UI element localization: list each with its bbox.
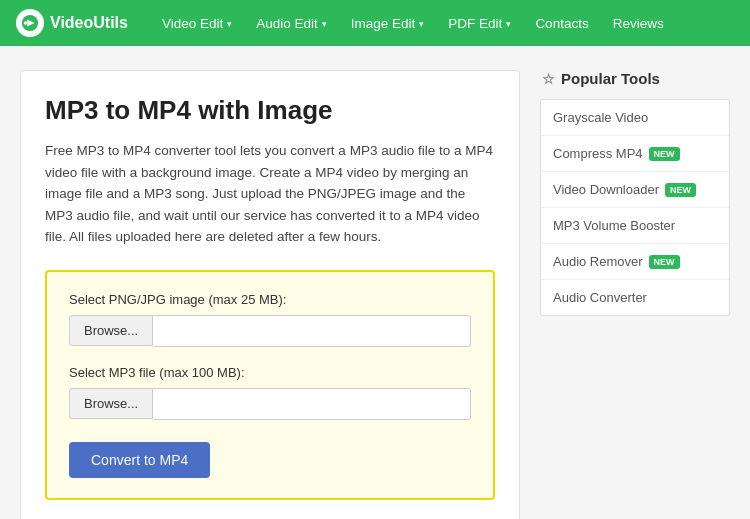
image-file-label: Select PNG/JPG image (max 25 MB): — [69, 292, 471, 307]
nav-link-video-edit[interactable]: Video Edit▾ — [152, 12, 242, 35]
popular-tools-header: ☆ Popular Tools — [540, 70, 730, 87]
mp3-file-section: Select MP3 file (max 100 MB): Browse... — [69, 365, 471, 420]
nav-links: Video Edit▾Audio Edit▾Image Edit▾PDF Edi… — [152, 12, 674, 35]
convert-button[interactable]: Convert to MP4 — [69, 442, 210, 478]
new-badge: NEW — [665, 183, 696, 197]
nav-link-reviews[interactable]: Reviews — [603, 12, 674, 35]
tool-box: Select PNG/JPG image (max 25 MB): Browse… — [45, 270, 495, 500]
tool-item[interactable]: Video DownloaderNEW — [541, 172, 729, 208]
star-icon: ☆ — [542, 71, 555, 87]
logo-icon — [16, 9, 44, 37]
chevron-down-icon: ▾ — [506, 19, 511, 29]
nav-link-pdf-edit[interactable]: PDF Edit▾ — [438, 12, 521, 35]
nav-link-contacts[interactable]: Contacts — [525, 12, 598, 35]
popular-tools-label: Popular Tools — [561, 70, 660, 87]
new-badge: NEW — [649, 255, 680, 269]
logo[interactable]: VideoUtils — [16, 9, 128, 37]
mp3-browse-button[interactable]: Browse... — [69, 388, 153, 419]
sidebar: ☆ Popular Tools Grayscale VideoCompress … — [540, 70, 730, 519]
chevron-down-icon: ▾ — [227, 19, 232, 29]
nav-link-audio-edit[interactable]: Audio Edit▾ — [246, 12, 337, 35]
navigation: VideoUtils Video Edit▾Audio Edit▾Image E… — [0, 0, 750, 46]
tools-list-container: Grayscale VideoCompress MP4NEWVideo Down… — [540, 99, 730, 316]
tool-item-label: Compress MP4 — [553, 146, 643, 161]
main-content: MP3 to MP4 with Image Free MP3 to MP4 co… — [20, 70, 520, 519]
tool-item[interactable]: Audio Converter — [541, 280, 729, 315]
page-title: MP3 to MP4 with Image — [45, 95, 495, 126]
svg-point-1 — [24, 21, 28, 25]
logo-text: VideoUtils — [50, 14, 128, 32]
tools-scroll[interactable]: Grayscale VideoCompress MP4NEWVideo Down… — [541, 100, 729, 315]
tool-item[interactable]: Compress MP4NEW — [541, 136, 729, 172]
mp3-file-input-row: Browse... — [69, 388, 471, 420]
image-file-section: Select PNG/JPG image (max 25 MB): Browse… — [69, 292, 471, 347]
image-browse-button[interactable]: Browse... — [69, 315, 153, 346]
tool-item[interactable]: Audio RemoverNEW — [541, 244, 729, 280]
tool-item-label: Grayscale Video — [553, 110, 648, 125]
mp3-file-label: Select MP3 file (max 100 MB): — [69, 365, 471, 380]
tool-item-label: Audio Remover — [553, 254, 643, 269]
tool-item[interactable]: Grayscale Video — [541, 100, 729, 136]
image-file-input-row: Browse... — [69, 315, 471, 347]
page-body: MP3 to MP4 with Image Free MP3 to MP4 co… — [0, 46, 750, 519]
tool-item-label: Video Downloader — [553, 182, 659, 197]
nav-link-image-edit[interactable]: Image Edit▾ — [341, 12, 435, 35]
tool-item[interactable]: MP3 Volume Booster — [541, 208, 729, 244]
chevron-down-icon: ▾ — [419, 19, 424, 29]
new-badge: NEW — [649, 147, 680, 161]
tool-item-label: MP3 Volume Booster — [553, 218, 675, 233]
mp3-file-name — [153, 388, 471, 420]
tool-item-label: Audio Converter — [553, 290, 647, 305]
chevron-down-icon: ▾ — [322, 19, 327, 29]
page-description: Free MP3 to MP4 converter tool lets you … — [45, 140, 495, 248]
image-file-name — [153, 315, 471, 347]
